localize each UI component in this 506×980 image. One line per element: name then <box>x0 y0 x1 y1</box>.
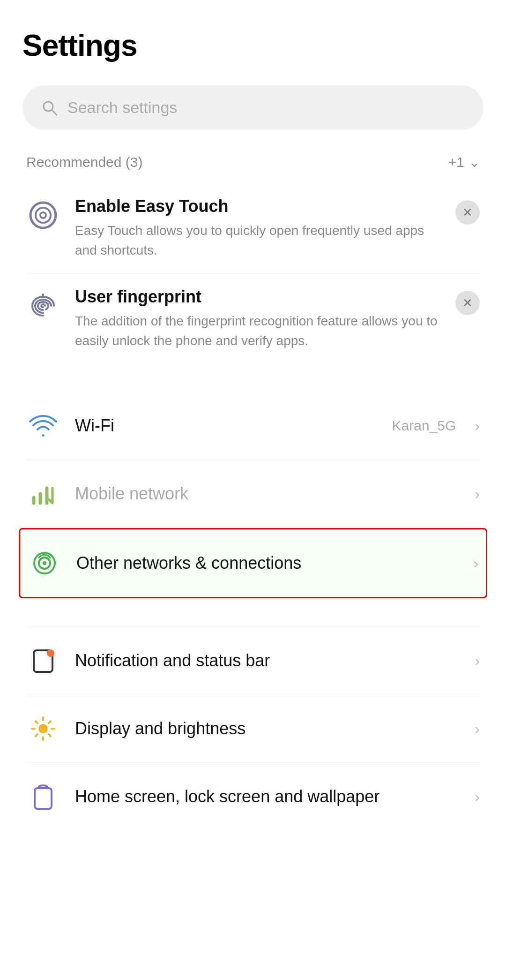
chevron-down-icon: ⌄ <box>469 155 480 170</box>
svg-line-20 <box>49 734 51 736</box>
svg-line-1 <box>52 110 57 115</box>
mobile-network-chevron-icon: › <box>475 485 480 503</box>
search-bar[interactable]: Search settings <box>22 85 484 130</box>
search-icon <box>41 99 58 116</box>
settings-item-display[interactable]: Display and brightness › <box>22 695 484 762</box>
recommended-item-fingerprint[interactable]: User fingerprint The addition of the fin… <box>22 274 484 364</box>
mobile-network-icon <box>26 477 60 511</box>
notification-icon <box>26 644 60 678</box>
easy-touch-icon <box>26 198 60 232</box>
other-networks-chevron-icon: › <box>473 555 478 572</box>
svg-line-22 <box>36 734 37 736</box>
page-title: Settings <box>22 28 484 63</box>
search-placeholder: Search settings <box>67 98 177 117</box>
display-icon <box>26 712 60 746</box>
settings-item-other-networks[interactable]: Other networks & connections › <box>19 528 487 598</box>
svg-line-19 <box>36 721 37 723</box>
wifi-label: Wi-Fi <box>75 416 377 436</box>
svg-point-3 <box>36 208 51 223</box>
svg-point-14 <box>38 724 48 733</box>
svg-point-4 <box>40 212 46 218</box>
home-screen-icon <box>26 780 60 814</box>
easy-touch-content: Enable Easy Touch Easy Touch allows you … <box>75 196 440 260</box>
mobile-network-label: Mobile network <box>75 484 460 504</box>
settings-item-mobile-network[interactable]: Mobile network › <box>22 460 484 528</box>
wifi-value: Karan_5G <box>392 418 456 434</box>
recommended-more-count: +1 <box>448 154 464 170</box>
notification-chevron-icon: › <box>475 652 480 670</box>
easy-touch-close-button[interactable]: ✕ <box>455 200 480 225</box>
svg-rect-23 <box>35 788 52 809</box>
svg-point-13 <box>47 649 54 657</box>
wifi-chevron-icon: › <box>475 417 480 435</box>
recommended-header: Recommended (3) +1 ⌄ <box>22 154 484 170</box>
svg-point-11 <box>43 561 46 565</box>
display-chevron-icon: › <box>475 720 480 738</box>
home-screen-chevron-icon: › <box>475 788 480 806</box>
easy-touch-desc: Easy Touch allows you to quickly open fr… <box>75 221 440 260</box>
home-screen-label: Home screen, lock screen and wallpaper <box>75 787 460 807</box>
section-gap-2 <box>22 598 484 626</box>
fingerprint-desc: The addition of the fingerprint recognit… <box>75 311 440 351</box>
display-label: Display and brightness <box>75 719 460 739</box>
fingerprint-close-button[interactable]: ✕ <box>455 291 480 315</box>
other-networks-label: Other networks & connections <box>76 553 458 573</box>
settings-item-wifi[interactable]: Wi-Fi Karan_5G › <box>22 392 484 460</box>
fingerprint-title: User fingerprint <box>75 287 440 307</box>
recommended-item-easy-touch[interactable]: Enable Easy Touch Easy Touch allows you … <box>22 183 484 273</box>
svg-point-2 <box>30 203 56 228</box>
fingerprint-content: User fingerprint The addition of the fin… <box>75 287 440 351</box>
fingerprint-icon <box>26 289 60 323</box>
recommended-more-button[interactable]: +1 ⌄ <box>448 154 480 170</box>
wifi-icon <box>26 409 60 443</box>
other-networks-icon <box>28 546 61 580</box>
settings-item-home-screen[interactable]: Home screen, lock screen and wallpaper › <box>22 763 484 830</box>
easy-touch-title: Enable Easy Touch <box>75 196 440 216</box>
notification-label: Notification and status bar <box>75 651 460 671</box>
section-gap-1 <box>22 364 484 392</box>
settings-item-notification[interactable]: Notification and status bar › <box>22 627 484 694</box>
svg-line-21 <box>49 721 51 723</box>
recommended-label: Recommended (3) <box>26 154 142 170</box>
